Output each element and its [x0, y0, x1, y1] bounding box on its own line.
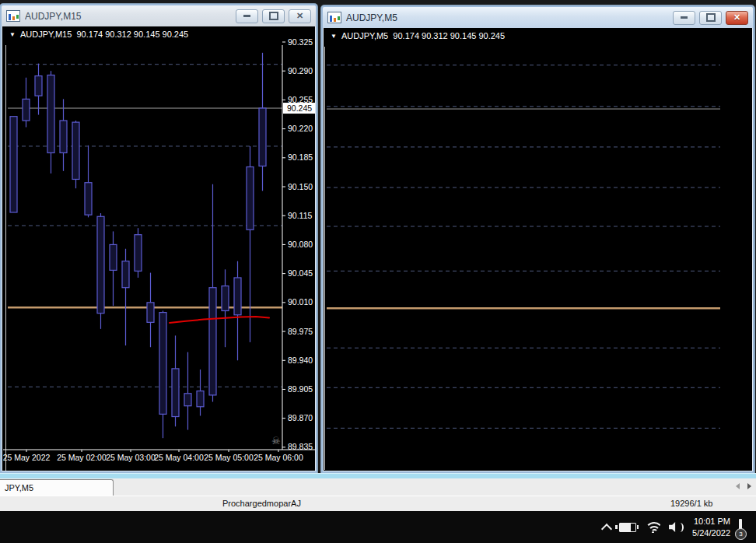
minimize-button[interactable]: [236, 9, 258, 23]
candlestick: [23, 99, 30, 121]
candlestick: [60, 121, 67, 152]
price-axis-label: 90.290: [288, 66, 313, 75]
price-axis-label: 90.080: [288, 240, 313, 249]
candlestick: [110, 244, 117, 270]
chevron-down-icon: ▼: [331, 33, 337, 40]
candlestick: [234, 278, 241, 315]
candlestick: [47, 75, 54, 153]
notification-badge: 3: [735, 528, 747, 540]
chart-ohlc-header: ▼AUDJPY,M15 90.174 90.312 90.145 90.245: [9, 30, 188, 39]
candlestick: [172, 369, 179, 417]
clock-time: 10:01 PM: [692, 516, 730, 527]
chart-ohlc-header: ▼AUDJPY,M5 90.174 90.312 90.145 90.245: [331, 31, 505, 40]
wifi-icon[interactable]: [645, 522, 660, 533]
window-title: AUDJPY,M5: [346, 12, 673, 23]
price-axis-label: 90.150: [288, 182, 313, 191]
time-axis-label: 25 May 06:00: [254, 453, 303, 462]
close-button[interactable]: ✕: [289, 9, 311, 23]
price-axis-label: 89.940: [288, 356, 313, 365]
price-axis-label: 90.185: [288, 152, 313, 162]
account-name: ProchargedmoparAJ: [222, 499, 301, 508]
candlestick: [147, 303, 154, 323]
chart-window-m15[interactable]: AUDJPY,M15 ✕ ▼AUDJPY,M15 90.174 90.312 9…: [0, 4, 317, 473]
clock-date: 5/24/2022: [692, 527, 730, 538]
candlestick: [85, 183, 92, 215]
tab-scroll-left-icon[interactable]: [736, 483, 740, 489]
price-axis-label: 89.835: [288, 442, 313, 451]
candlestick: [209, 288, 216, 395]
candlestick: [247, 167, 254, 230]
candlestick: [184, 394, 191, 406]
price-axis-label: 89.975: [288, 327, 313, 336]
chart-tab-bar: JPY,M5: [0, 478, 756, 496]
candlestick: [122, 261, 129, 288]
traffic-counter: 19296/1 kb: [670, 499, 712, 508]
price-axis-label: 89.905: [288, 384, 313, 394]
restore-button[interactable]: [699, 11, 722, 25]
candlestick: [72, 122, 79, 179]
time-axis-label: 25 May 03:00: [106, 453, 156, 462]
candlestick: [259, 108, 266, 166]
minimize-button[interactable]: [673, 11, 695, 25]
chart-window-m5[interactable]: AUDJPY,M5 ✕ ▼AUDJPY,M5 90.174 90.312 90.…: [321, 5, 754, 473]
hidden-icons-chevron-icon[interactable]: [601, 523, 612, 534]
chart-window-icon: [6, 10, 20, 22]
candlestick: [135, 235, 142, 272]
tab-scroll-right-icon[interactable]: [747, 483, 751, 489]
time-axis-label: 25 May 05:00: [204, 453, 254, 462]
restore-button[interactable]: [262, 9, 285, 23]
time-axis-label: 25 May 04:00: [154, 453, 204, 462]
price-axis-label: 89.870: [288, 413, 313, 422]
price-axis-label: 90.325: [288, 37, 313, 47]
battery-icon[interactable]: [619, 523, 636, 532]
price-axis-label: 90.010: [288, 297, 313, 307]
status-bar: ProchargedmoparAJ 19296/1 kb: [0, 496, 756, 512]
chart-tab[interactable]: JPY,M5: [0, 479, 114, 496]
current-price-value: 90.245: [287, 103, 312, 113]
candlestick-chart[interactable]: [324, 28, 751, 470]
candlestick: [35, 76, 42, 96]
candlestick: [159, 313, 166, 415]
window-titlebar[interactable]: AUDJPY,M5 ✕: [323, 7, 753, 28]
candlestick: [10, 117, 17, 212]
price-axis-label: 90.220: [288, 124, 313, 133]
skull-icon: ☠: [271, 435, 281, 447]
mt4-desktop: AUDJPY,M15 ✕ ▼AUDJPY,M15 90.174 90.312 9…: [0, 0, 756, 543]
window-titlebar[interactable]: AUDJPY,M15 ✕: [2, 5, 316, 26]
windows-taskbar: 10:01 PM 5/24/2022 3: [0, 511, 756, 543]
time-axis-label: 25 May 02:00: [57, 453, 107, 462]
red-ma-line: [170, 317, 269, 323]
taskbar-clock[interactable]: 10:01 PM 5/24/2022: [692, 516, 730, 538]
chart-area-m5[interactable]: ▼AUDJPY,M5 90.174 90.312 90.145 90.245: [324, 28, 752, 471]
price-axis-label: 90.045: [288, 268, 313, 278]
candlestick: [222, 286, 229, 311]
chart-window-icon: [327, 12, 341, 23]
candlestick: [197, 391, 204, 407]
candlestick-chart[interactable]: ☠90.32590.29090.25590.22090.18590.15090.…: [3, 26, 315, 471]
time-axis-label: 25 May 2022: [3, 453, 51, 462]
system-tray: 10:01 PM 5/24/2022 3: [603, 516, 756, 538]
volume-icon[interactable]: [669, 521, 684, 533]
chart-area-m15[interactable]: ▼AUDJPY,M15 90.174 90.312 90.145 90.245 …: [2, 26, 315, 471]
price-axis-label: 90.115: [288, 211, 312, 220]
candlestick: [97, 216, 104, 313]
chevron-down-icon: ▼: [9, 31, 16, 38]
window-title: AUDJPY,M15: [25, 11, 236, 22]
close-button[interactable]: ✕: [726, 11, 748, 25]
